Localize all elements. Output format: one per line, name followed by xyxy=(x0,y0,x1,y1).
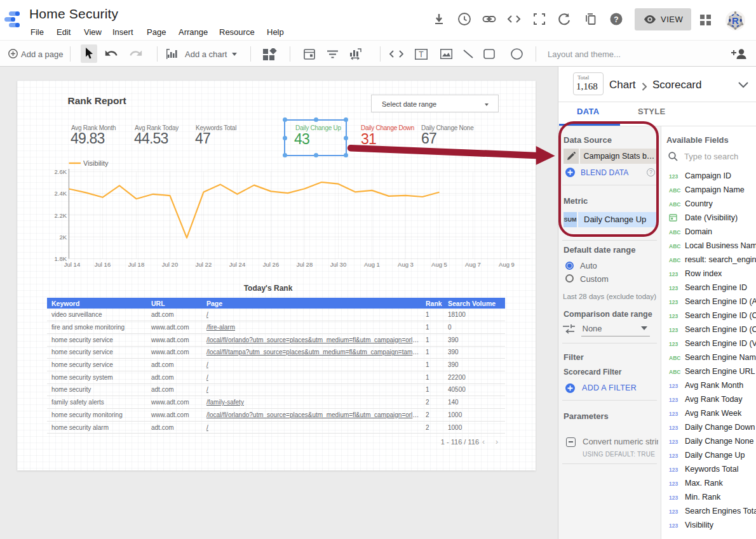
svg-text:Aug 1: Aug 1 xyxy=(364,261,380,268)
svg-text:Jul 14: Jul 14 xyxy=(64,261,80,268)
svg-text:T: T xyxy=(419,50,424,59)
svg-text:Jul 20: Jul 20 xyxy=(162,261,178,268)
svg-text:Aug 3: Aug 3 xyxy=(398,261,414,268)
svg-text:2.4K: 2.4K xyxy=(54,190,67,197)
svg-text:Aug 5: Aug 5 xyxy=(431,261,447,268)
svg-text:Aug 9: Aug 9 xyxy=(499,261,515,268)
svg-text:?: ? xyxy=(614,15,618,24)
svg-text:R: R xyxy=(732,15,739,26)
svg-text:Jul 22: Jul 22 xyxy=(196,261,212,268)
svg-text:2.2K: 2.2K xyxy=(54,212,67,219)
svg-text:Jul 24: Jul 24 xyxy=(229,261,245,268)
svg-text:2.6K: 2.6K xyxy=(54,168,67,175)
svg-text:Jul 28: Jul 28 xyxy=(297,261,313,268)
svg-text:Jul 16: Jul 16 xyxy=(95,261,111,268)
svg-text:Jul 30: Jul 30 xyxy=(330,261,346,268)
svg-text:2K: 2K xyxy=(59,234,67,241)
svg-text:Visibility: Visibility xyxy=(83,159,109,167)
svg-text:Jul 18: Jul 18 xyxy=(128,261,144,268)
svg-text:Jul 26: Jul 26 xyxy=(263,261,279,268)
svg-text:Aug 7: Aug 7 xyxy=(465,261,481,268)
